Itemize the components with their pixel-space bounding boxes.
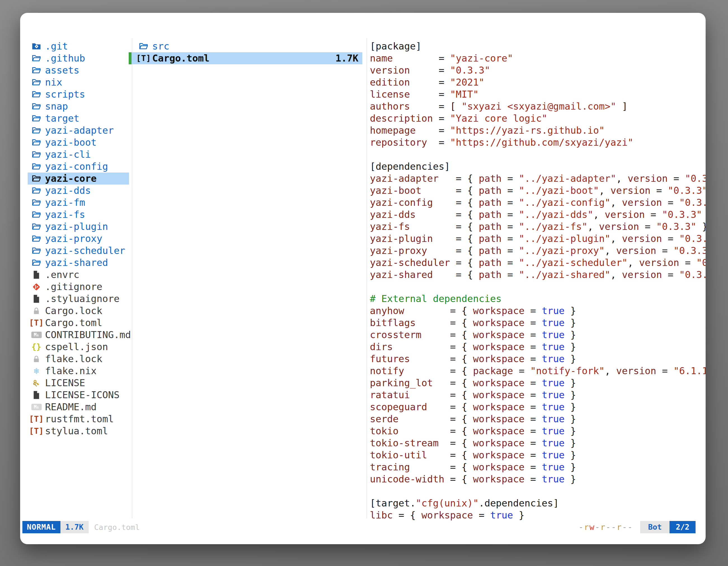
preview-line: [package] — [370, 40, 421, 52]
git-folder-icon — [32, 43, 41, 50]
preview-line: yazi-shared = { path = "../yazi-shared",… — [370, 269, 706, 281]
file-size-badge: 1.7K — [60, 521, 89, 533]
parent-item-yazi-adapter[interactable]: yazi-adapter — [28, 125, 129, 137]
parent-item-target[interactable]: target — [28, 112, 129, 125]
parent-item-yazi-config[interactable]: yazi-config — [28, 161, 129, 173]
preview-line: tracing = { workspace = true } — [370, 461, 576, 473]
item-label: .envrc — [45, 269, 79, 281]
parent-item-nix[interactable]: nix — [28, 76, 129, 88]
item-label: yazi-boot — [45, 137, 97, 149]
parent-item-Cargo.toml[interactable]: [T]Cargo.toml — [28, 317, 129, 329]
preview-line: notify = { package = "notify-fork", vers… — [370, 365, 706, 377]
parent-item-rustfmt.toml[interactable]: [T]rustfmt.toml — [28, 413, 129, 425]
parent-item-yazi-plugin[interactable]: yazi-plugin — [28, 221, 129, 233]
preview-line: license = "MIT" — [370, 88, 479, 100]
item-label: Cargo.toml — [45, 317, 102, 329]
parent-item-yazi-core[interactable]: yazi-core — [28, 173, 129, 185]
preview-line: version = "0.3.3" — [370, 64, 490, 76]
preview-line: serde = { workspace = true } — [370, 413, 576, 425]
mode-badge: NORMAL — [22, 521, 60, 533]
item-label: yazi-cli — [45, 149, 91, 161]
parent-item-yazi-boot[interactable]: yazi-boot — [28, 137, 129, 149]
preview-line: edition = "2021" — [370, 76, 484, 88]
file-icon — [33, 271, 40, 279]
parent-item-yazi-cli[interactable]: yazi-cli — [28, 149, 129, 161]
preview-line: yazi-boot = { path = "../yazi-boot", ver… — [370, 185, 706, 197]
item-label: stylua.toml — [45, 425, 108, 437]
parent-item-LICENSE-ICONS[interactable]: LICENSE-ICONS — [28, 389, 129, 401]
parent-item-stylua.toml[interactable]: [T]stylua.toml — [28, 425, 129, 437]
parent-item-CONTRIBUTING.md[interactable]: M↓CONTRIBUTING.md — [28, 329, 129, 341]
markdown-icon: M↓ — [31, 404, 42, 410]
status-bar: NORMAL 1.7K Cargo.toml -rw-r--r-- Bot 2/… — [22, 521, 696, 533]
preview-line: dirs = { workspace = true } — [370, 341, 576, 353]
preview-line: ratatui = { workspace = true } — [370, 389, 576, 401]
nix-snowflake-icon: ❄ — [34, 366, 39, 375]
lock-icon — [33, 307, 40, 315]
parent-item-yazi-fm[interactable]: yazi-fm — [28, 197, 129, 209]
parent-item-cspell.json[interactable]: {}cspell.json — [28, 341, 129, 353]
parent-item-.envrc[interactable]: .envrc — [28, 269, 129, 281]
folder-open-icon — [32, 259, 41, 267]
current-item-Cargo.toml[interactable]: [T]Cargo.toml1.7K — [129, 52, 362, 64]
file-icon — [33, 391, 40, 399]
preview-line: yazi-dds = { path = "../yazi-dds", versi… — [370, 209, 702, 221]
lock-icon — [33, 355, 40, 363]
parent-item-Cargo.lock[interactable]: Cargo.lock — [28, 305, 129, 317]
preview-line: yazi-proxy = { path = "../yazi-proxy", v… — [370, 245, 706, 257]
parent-item-README.md[interactable]: M↓README.md — [28, 401, 129, 413]
preview-line: yazi-scheduler = { path = "../yazi-sched… — [370, 257, 706, 269]
git-icon — [32, 283, 41, 291]
folder-open-icon — [32, 163, 41, 170]
yazi-window: .git.githubassetsnixscriptssnaptargetyaz… — [20, 13, 706, 544]
item-label: CONTRIBUTING.md — [45, 329, 131, 341]
preview-line: # External dependencies — [370, 293, 502, 305]
item-label: assets — [45, 64, 79, 76]
folder-open-icon — [139, 43, 148, 50]
parent-item-.github[interactable]: .github — [28, 52, 129, 64]
parent-item-yazi-dds[interactable]: yazi-dds — [28, 185, 129, 197]
item-label: LICENSE-ICONS — [45, 389, 119, 401]
parent-item-yazi-shared[interactable]: yazi-shared — [28, 257, 129, 269]
folder-open-icon — [32, 55, 41, 62]
item-label: src — [152, 40, 169, 52]
preview-line: unicode-width = { workspace = true } — [370, 473, 576, 485]
parent-item-yazi-proxy[interactable]: yazi-proxy — [28, 233, 129, 245]
preview-line: yazi-config = { path = "../yazi-config",… — [370, 197, 706, 209]
parent-item-scripts[interactable]: scripts — [28, 88, 129, 100]
folder-open-icon — [32, 247, 41, 255]
scroll-position-badge: Bot — [640, 521, 670, 533]
parent-item-.styluaignore[interactable]: .styluaignore — [28, 293, 129, 305]
item-label: flake.nix — [45, 365, 97, 377]
item-label: README.md — [45, 401, 97, 413]
folder-open-icon — [32, 127, 41, 134]
current-item-src[interactable]: src — [129, 40, 362, 52]
folder-open-icon — [32, 199, 41, 206]
parent-item-LICENSE[interactable]: LICENSE — [28, 377, 129, 389]
parent-item-.git[interactable]: .git — [28, 40, 129, 52]
preview-line: yazi-plugin = { path = "../yazi-plugin",… — [370, 233, 706, 245]
toml-icon: [T] — [136, 54, 151, 62]
parent-item-yazi-fs[interactable]: yazi-fs — [28, 209, 129, 221]
file-icon — [33, 294, 40, 303]
preview-line: repository = "https://github.com/sxyazi/… — [370, 137, 633, 149]
file-permissions: -rw-r--r-- — [579, 522, 633, 532]
item-label: yazi-fs — [45, 209, 85, 221]
parent-item-.gitignore[interactable]: .gitignore — [28, 281, 129, 293]
parent-item-yazi-scheduler[interactable]: yazi-scheduler — [28, 245, 129, 257]
item-label: yazi-proxy — [45, 233, 102, 245]
item-label: yazi-config — [45, 161, 108, 173]
folder-open-icon — [32, 91, 41, 98]
folder-open-icon — [32, 79, 41, 86]
parent-item-flake.lock[interactable]: flake.lock — [28, 353, 129, 365]
parent-item-assets[interactable]: assets — [28, 64, 129, 76]
preview-line: futures = { workspace = true } — [370, 353, 576, 365]
item-label: yazi-dds — [45, 185, 91, 197]
preview-line: tokio-util = { workspace = true } — [370, 449, 576, 461]
item-size: 1.7K — [335, 52, 362, 64]
cursor-page-badge: 2/2 — [670, 521, 696, 533]
parent-item-flake.nix[interactable]: ❄flake.nix — [28, 365, 129, 377]
parent-item-snap[interactable]: snap — [28, 100, 129, 112]
item-label: LICENSE — [45, 377, 85, 389]
toml-icon: [T] — [29, 427, 44, 435]
